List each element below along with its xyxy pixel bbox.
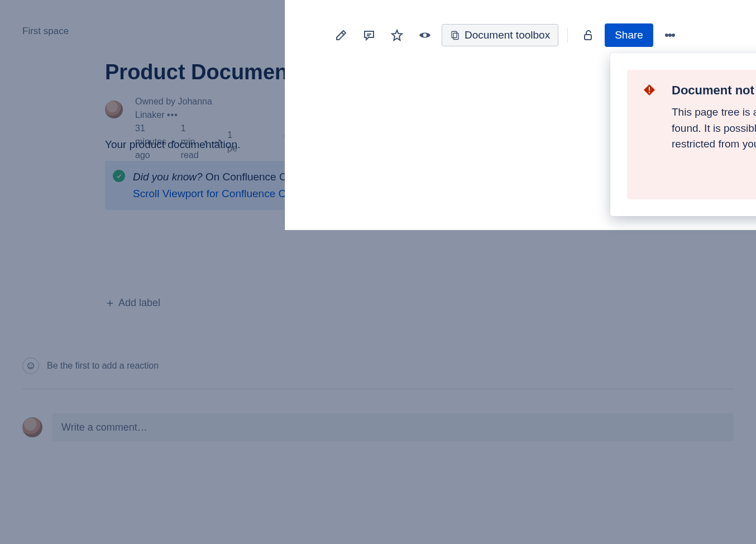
spotlight-region: Document toolbox Share Document not foun… (285, 0, 756, 230)
error-panel: Document not found This page tree is ass… (627, 70, 756, 199)
watch-icon[interactable] (414, 24, 436, 46)
edit-icon[interactable] (330, 24, 352, 46)
svg-rect-11 (649, 87, 650, 91)
error-body: This page tree is assigned to a document… (672, 104, 756, 152)
svg-rect-5 (452, 31, 457, 37)
svg-point-8 (666, 34, 668, 36)
error-icon (643, 83, 656, 97)
error-title: Document not found (672, 83, 756, 98)
star-icon[interactable] (386, 24, 408, 46)
document-toolbox-button[interactable]: Document toolbox (442, 24, 558, 46)
svg-point-9 (669, 34, 671, 36)
svg-point-4 (423, 34, 427, 37)
share-button[interactable]: Share (605, 23, 653, 47)
svg-point-10 (672, 34, 674, 36)
page-toolbar: Document toolbox Share (285, 23, 756, 47)
comment-icon[interactable] (358, 24, 380, 46)
toolbar-separator (567, 28, 568, 42)
svg-rect-7 (585, 35, 591, 40)
dim-overlay (0, 0, 285, 230)
restrictions-unlocked-icon[interactable] (577, 24, 599, 46)
more-actions-icon[interactable] (659, 24, 681, 46)
svg-rect-12 (649, 92, 650, 93)
dim-overlay (0, 230, 756, 544)
svg-rect-6 (453, 33, 458, 39)
document-toolbox-dropdown: Document not found This page tree is ass… (610, 53, 756, 216)
